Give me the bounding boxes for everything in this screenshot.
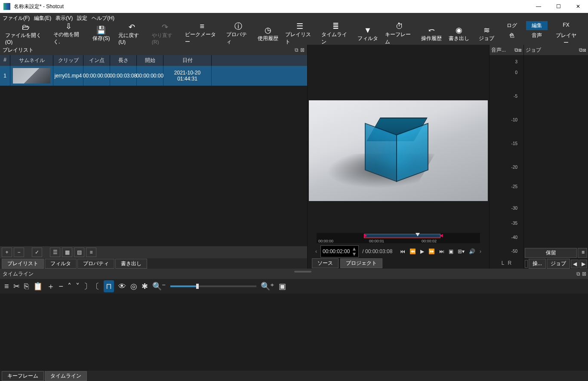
timeline-button[interactable]: ≣タイムライン	[319, 22, 353, 46]
menu-file[interactable]: ファイル(F)	[3, 15, 30, 22]
jobs-menu-button[interactable]: ≡	[578, 248, 587, 258]
playhead-icon[interactable]	[416, 233, 420, 236]
close-panel-icon[interactable]: ⊠	[300, 47, 305, 53]
zoom-fit-icon[interactable]: ▣	[449, 248, 453, 254]
lift-icon[interactable]: ˄	[68, 282, 71, 291]
close-jobs-icon[interactable]: ⊠	[583, 47, 586, 53]
rewind-icon[interactable]: ⏪	[409, 248, 416, 254]
in-marker-icon[interactable]: ▶	[364, 233, 367, 238]
overwrite-icon[interactable]: ˅	[76, 282, 80, 291]
scrub-selection[interactable]	[364, 234, 440, 238]
skip-end-icon[interactable]: ⏭	[439, 248, 444, 254]
zoom-slider[interactable]	[170, 285, 256, 287]
out-marker-icon[interactable]: ◀	[440, 233, 443, 238]
open-other-button[interactable]: ⇩その他を開く.	[51, 22, 86, 46]
next-arrow-icon[interactable]: ›	[480, 248, 481, 254]
timecode-input[interactable]: 00:00:02:00▲▼	[320, 245, 359, 257]
snap-icon[interactable]: ⊓	[104, 280, 114, 292]
job-prev-button[interactable]: ◀	[571, 260, 579, 268]
playlist-remove-button[interactable]: −	[14, 248, 24, 257]
undock-timeline-icon[interactable]: ⧉	[576, 271, 580, 277]
col-date[interactable]: 日付	[163, 55, 212, 66]
remove-icon[interactable]: −	[59, 282, 64, 291]
tab-playlist[interactable]: プレイリスト	[2, 259, 44, 269]
view-details-button[interactable]: ☰	[50, 248, 60, 257]
playlist-check-button[interactable]: ✓	[32, 248, 42, 257]
redo-button[interactable]: ↷やり直す(R)	[149, 22, 181, 46]
close-timeline-icon[interactable]: ⊠	[582, 271, 586, 277]
scrub-bar[interactable]: ▶ ◀ 00:00:00 00:00:01 00:00:02	[317, 233, 480, 243]
view-tiles-button[interactable]: ▦	[62, 248, 72, 257]
scrub-preview-icon[interactable]: 👁	[118, 282, 126, 291]
open-file-button[interactable]: 🗁ファイルを開く(O)	[3, 22, 49, 46]
col-thumbnail[interactable]: サムネイル	[10, 55, 53, 66]
history-button[interactable]: ⤺操作履歴	[419, 25, 444, 43]
append-icon[interactable]: ＋	[47, 281, 55, 291]
col-length[interactable]: 長さ	[110, 55, 137, 66]
drag-handle[interactable]	[294, 271, 311, 273]
recent-button[interactable]: ◷使用履歴	[255, 25, 281, 43]
ops-button[interactable]: 操...	[529, 259, 546, 269]
tab-project[interactable]: プロジェクト	[340, 258, 382, 268]
col-clip[interactable]: クリップ	[53, 55, 83, 66]
tab-timeline[interactable]: タイムライン	[45, 371, 87, 381]
close-button[interactable]: ✕	[568, 0, 588, 13]
filters-button[interactable]: ▼フィルタ	[355, 25, 381, 43]
menu-help[interactable]: ヘルプ(H)	[92, 15, 114, 22]
tab-log[interactable]: ログ	[501, 21, 523, 30]
tab-properties[interactable]: プロバティ	[77, 259, 114, 269]
forward-icon[interactable]: ⏩	[428, 248, 435, 254]
volume-icon[interactable]: 🔊	[469, 248, 475, 254]
playlist-row[interactable]: 1 jerry01.mp4 00:00:00:00 00:00:03:08 00…	[0, 66, 307, 86]
grid-icon[interactable]: ⊞▾	[458, 248, 465, 254]
cut-icon[interactable]: ✂	[13, 282, 20, 291]
tab-edit[interactable]: 編集	[526, 21, 548, 30]
zoom-out-icon[interactable]: 🔍⁻	[152, 282, 166, 291]
skip-start-icon[interactable]: ⏮	[400, 248, 405, 254]
properties-button[interactable]: ⓘプロバティ	[224, 22, 253, 46]
minimize-button[interactable]: —	[529, 0, 548, 13]
tl-menu-icon[interactable]: ≡	[4, 282, 9, 291]
menu-view[interactable]: 表示(V)	[55, 15, 73, 22]
jobs-slider[interactable]	[525, 260, 528, 268]
ripple-icon[interactable]: ◎	[130, 282, 137, 291]
tab-keyframes[interactable]: キーフレーム	[2, 371, 44, 381]
close-meter-icon[interactable]: ⊠	[518, 47, 522, 53]
split-icon[interactable]: 〕〔	[84, 281, 99, 291]
playlist-add-button[interactable]: +	[2, 248, 12, 257]
timeline-tracks-area[interactable]	[0, 294, 588, 371]
tab-export[interactable]: 書き出し	[115, 259, 147, 269]
play-icon[interactable]: ▶	[420, 248, 424, 254]
hold-button[interactable]: 保留	[525, 248, 577, 258]
undock-icon[interactable]: ⧉	[295, 47, 299, 53]
zoom-in-icon[interactable]: 🔍⁺	[261, 282, 274, 291]
col-start[interactable]: 開始	[137, 55, 163, 66]
tab-filters[interactable]: フィルタ	[45, 259, 77, 269]
jobs-button[interactable]: ≋ジョブ	[474, 25, 499, 43]
keyframes-button[interactable]: ⏱キーフレーム	[382, 22, 417, 46]
job-button[interactable]: ジョブ	[547, 259, 570, 269]
undock-meter-icon[interactable]: ⧉	[514, 47, 518, 53]
ripple-all-icon[interactable]: ✱	[142, 282, 148, 291]
export-button[interactable]: ◉書き出し	[446, 25, 472, 43]
col-in[interactable]: イン点	[83, 55, 110, 66]
save-button[interactable]: 💾保存(S)	[88, 25, 114, 43]
prev-arrow-icon[interactable]: ‹	[315, 248, 317, 254]
maximize-button[interactable]: ☐	[548, 0, 568, 13]
menu-settings[interactable]: 設定	[77, 15, 87, 22]
tab-source[interactable]: ソース	[312, 258, 339, 268]
undock-jobs-icon[interactable]: ⧉	[579, 47, 583, 53]
job-next-button[interactable]: ▶	[579, 260, 587, 268]
copy-icon[interactable]: ⎘	[24, 282, 29, 291]
paste-icon[interactable]: 📋	[33, 282, 43, 291]
video-preview[interactable]	[308, 45, 489, 231]
col-index[interactable]: #	[0, 55, 10, 66]
zoom-fit-timeline-icon[interactable]: ▣	[279, 282, 286, 291]
playlist-button[interactable]: ☰プレイリスト	[283, 22, 317, 46]
peakmeter-button[interactable]: ≡ピークメーター	[182, 22, 222, 46]
menu-edit[interactable]: 編集(E)	[34, 15, 51, 22]
view-icons-button[interactable]: ▤	[74, 248, 84, 257]
view-list-button[interactable]: ≡	[86, 248, 96, 257]
undo-button[interactable]: ↶元に戻す(U)	[116, 22, 147, 46]
tab-fx[interactable]: FX	[551, 21, 581, 30]
